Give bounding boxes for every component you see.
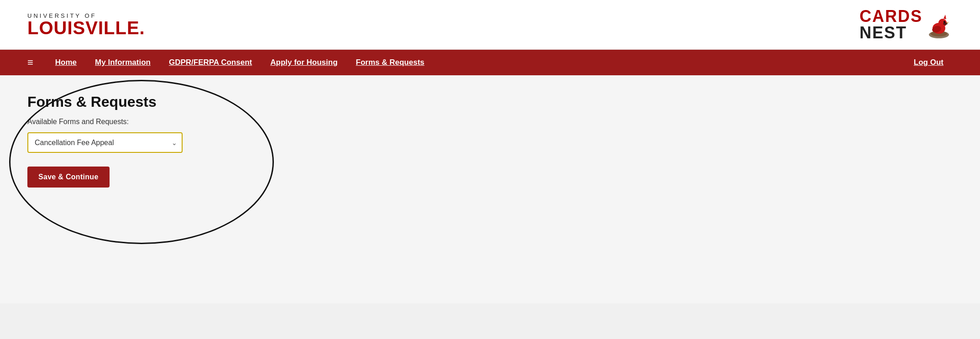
nav-links: Home My Information GDPR/FERPA Consent A…: [46, 51, 953, 74]
nav-link-forms-requests[interactable]: Forms & Requests: [347, 51, 434, 74]
nav-link-my-information[interactable]: My Information: [86, 51, 160, 74]
cardinal-icon: [925, 11, 953, 38]
forms-section: Forms & Requests Available Forms and Req…: [27, 94, 292, 188]
nest-text: NEST: [859, 25, 922, 41]
section-subtitle: Available Forms and Requests:: [27, 118, 292, 126]
uofl-logo: UNIVERSITY OF LOUISVILLE.: [27, 13, 145, 37]
navbar-inner: ≡ Home My Information GDPR/FERPA Consent…: [27, 51, 953, 74]
cardsnest-logo: CARDS NEST: [859, 8, 953, 41]
cards-text: CARDS: [859, 8, 922, 25]
main-content: Forms & Requests Available Forms and Req…: [0, 75, 980, 303]
form-type-select[interactable]: Cancellation Fee Appeal: [27, 132, 183, 153]
svg-marker-4: [943, 15, 946, 19]
louisville-text: LOUISVILLE.: [27, 19, 145, 37]
nav-link-logout[interactable]: Log Out: [905, 51, 953, 74]
nav-link-gdpr-ferpa[interactable]: GDPR/FERPA Consent: [160, 51, 261, 74]
nav-link-home[interactable]: Home: [46, 51, 86, 74]
page-title: Forms & Requests: [27, 94, 292, 110]
hamburger-menu-icon[interactable]: ≡: [27, 57, 33, 68]
form-select-wrapper: Cancellation Fee Appeal ⌄: [27, 132, 183, 153]
save-continue-button[interactable]: Save & Continue: [27, 167, 110, 188]
nav-link-apply-for-housing[interactable]: Apply for Housing: [261, 51, 346, 74]
navbar: ≡ Home My Information GDPR/FERPA Consent…: [0, 50, 980, 75]
svg-point-8: [943, 22, 948, 25]
header: UNIVERSITY OF LOUISVILLE. CARDS NEST: [0, 0, 980, 50]
